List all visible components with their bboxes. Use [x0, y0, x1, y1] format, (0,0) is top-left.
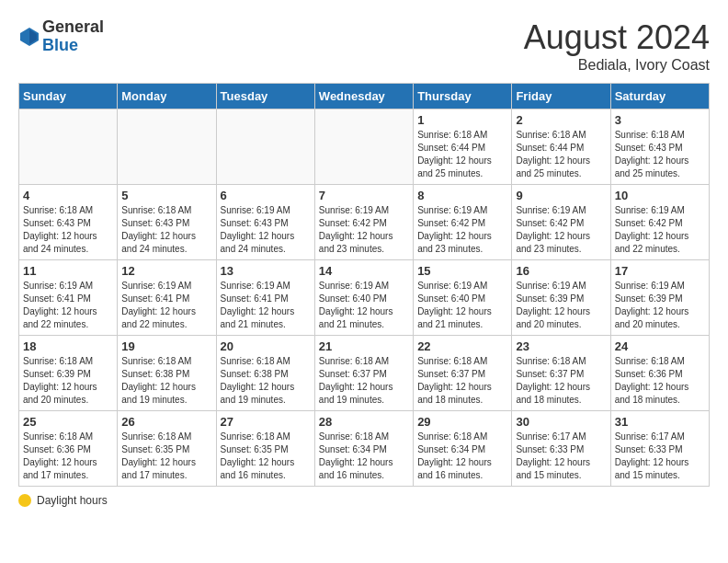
day-number: 29 — [417, 415, 507, 429]
day-number: 27 — [221, 415, 311, 429]
day-number: 23 — [516, 339, 606, 353]
day-number: 31 — [615, 415, 705, 429]
day-info: Sunrise: 6:18 AM Sunset: 6:35 PM Dayligh… — [221, 431, 311, 482]
day-info: Sunrise: 6:18 AM Sunset: 6:34 PM Dayligh… — [319, 431, 409, 482]
calendar-week-row: 11Sunrise: 6:19 AM Sunset: 6:41 PM Dayli… — [19, 260, 710, 336]
day-number: 25 — [23, 415, 113, 429]
day-info: Sunrise: 6:19 AM Sunset: 6:40 PM Dayligh… — [417, 280, 507, 331]
day-info: Sunrise: 6:18 AM Sunset: 6:44 PM Dayligh… — [417, 129, 507, 180]
day-number: 19 — [121, 339, 211, 353]
day-number: 10 — [615, 189, 705, 202]
day-info: Sunrise: 6:18 AM Sunset: 6:43 PM Dayligh… — [121, 204, 211, 256]
calendar-cell: 4Sunrise: 6:18 AM Sunset: 6:43 PM Daylig… — [19, 185, 118, 260]
calendar-cell: 12Sunrise: 6:19 AM Sunset: 6:41 PM Dayli… — [118, 260, 216, 336]
calendar-cell — [216, 109, 314, 185]
header-wednesday: Wednesday — [314, 84, 413, 109]
calendar-cell: 19Sunrise: 6:18 AM Sunset: 6:38 PM Dayli… — [118, 336, 216, 411]
day-info: Sunrise: 6:18 AM Sunset: 6:39 PM Dayligh… — [23, 355, 113, 407]
calendar-header-row: SundayMondayTuesdayWednesdayThursdayFrid… — [19, 84, 710, 109]
header-monday: Monday — [118, 84, 216, 109]
calendar-cell: 1Sunrise: 6:18 AM Sunset: 6:44 PM Daylig… — [414, 109, 512, 185]
calendar-cell: 21Sunrise: 6:18 AM Sunset: 6:37 PM Dayli… — [314, 336, 413, 411]
calendar-cell: 11Sunrise: 6:19 AM Sunset: 6:41 PM Dayli… — [19, 260, 118, 336]
day-info: Sunrise: 6:19 AM Sunset: 6:41 PM Dayligh… — [23, 280, 113, 331]
footer-note: Daylight hours — [18, 494, 710, 507]
calendar-cell — [314, 109, 413, 185]
logo-blue-text: Blue — [42, 37, 104, 55]
day-info: Sunrise: 6:18 AM Sunset: 6:38 PM Dayligh… — [121, 355, 211, 407]
calendar-cell: 8Sunrise: 6:19 AM Sunset: 6:42 PM Daylig… — [414, 185, 512, 260]
calendar-cell: 23Sunrise: 6:18 AM Sunset: 6:37 PM Dayli… — [512, 336, 610, 411]
calendar-cell: 30Sunrise: 6:17 AM Sunset: 6:33 PM Dayli… — [512, 411, 610, 487]
day-info: Sunrise: 6:18 AM Sunset: 6:37 PM Dayligh… — [319, 355, 409, 407]
location-subtitle: Bediala, Ivory Coast — [524, 57, 710, 74]
calendar-cell: 16Sunrise: 6:19 AM Sunset: 6:39 PM Dayli… — [512, 260, 610, 336]
day-number: 2 — [516, 113, 606, 127]
calendar-week-row: 18Sunrise: 6:18 AM Sunset: 6:39 PM Dayli… — [19, 336, 710, 411]
header-sunday: Sunday — [19, 84, 118, 109]
calendar-cell: 27Sunrise: 6:18 AM Sunset: 6:35 PM Dayli… — [216, 411, 314, 487]
day-number: 13 — [221, 264, 311, 278]
day-number: 8 — [417, 189, 507, 202]
day-number: 7 — [319, 189, 409, 202]
day-info: Sunrise: 6:19 AM Sunset: 6:39 PM Dayligh… — [615, 280, 705, 331]
day-number: 6 — [221, 189, 311, 202]
day-number: 18 — [23, 339, 113, 353]
day-info: Sunrise: 6:19 AM Sunset: 6:41 PM Dayligh… — [121, 280, 211, 331]
day-info: Sunrise: 6:18 AM Sunset: 6:36 PM Dayligh… — [615, 355, 705, 407]
day-info: Sunrise: 6:18 AM Sunset: 6:34 PM Dayligh… — [417, 431, 507, 482]
logo: General Blue — [18, 18, 104, 55]
calendar-cell — [19, 109, 118, 185]
day-info: Sunrise: 6:19 AM Sunset: 6:41 PM Dayligh… — [221, 280, 311, 331]
calendar-week-row: 1Sunrise: 6:18 AM Sunset: 6:44 PM Daylig… — [19, 109, 710, 185]
day-number: 4 — [23, 189, 113, 202]
calendar-cell: 5Sunrise: 6:18 AM Sunset: 6:43 PM Daylig… — [118, 185, 216, 260]
day-number: 28 — [319, 415, 409, 429]
calendar-week-row: 25Sunrise: 6:18 AM Sunset: 6:36 PM Dayli… — [19, 411, 710, 487]
header-saturday: Saturday — [610, 84, 709, 109]
day-number: 9 — [516, 189, 606, 202]
logo-general-text: General — [42, 18, 104, 37]
day-number: 21 — [319, 339, 409, 353]
day-number: 11 — [23, 264, 113, 278]
day-number: 5 — [121, 189, 211, 202]
month-year-title: August 2024 — [524, 18, 710, 57]
calendar-cell: 9Sunrise: 6:19 AM Sunset: 6:42 PM Daylig… — [512, 185, 610, 260]
calendar-cell: 15Sunrise: 6:19 AM Sunset: 6:40 PM Dayli… — [414, 260, 512, 336]
calendar-cell: 18Sunrise: 6:18 AM Sunset: 6:39 PM Dayli… — [19, 336, 118, 411]
day-number: 14 — [319, 264, 409, 278]
day-info: Sunrise: 6:19 AM Sunset: 6:40 PM Dayligh… — [319, 280, 409, 331]
day-number: 20 — [221, 339, 311, 353]
day-info: Sunrise: 6:18 AM Sunset: 6:35 PM Dayligh… — [121, 431, 211, 482]
calendar-cell: 7Sunrise: 6:19 AM Sunset: 6:42 PM Daylig… — [314, 185, 413, 260]
day-info: Sunrise: 6:19 AM Sunset: 6:42 PM Dayligh… — [516, 204, 606, 256]
calendar-cell: 14Sunrise: 6:19 AM Sunset: 6:40 PM Dayli… — [314, 260, 413, 336]
day-info: Sunrise: 6:17 AM Sunset: 6:33 PM Dayligh… — [615, 431, 705, 482]
sun-icon — [18, 494, 31, 507]
calendar-cell: 28Sunrise: 6:18 AM Sunset: 6:34 PM Dayli… — [314, 411, 413, 487]
day-number: 1 — [417, 113, 507, 127]
day-number: 15 — [417, 264, 507, 278]
calendar-cell: 17Sunrise: 6:19 AM Sunset: 6:39 PM Dayli… — [610, 260, 709, 336]
calendar-cell: 3Sunrise: 6:18 AM Sunset: 6:43 PM Daylig… — [610, 109, 709, 185]
calendar-week-row: 4Sunrise: 6:18 AM Sunset: 6:43 PM Daylig… — [19, 185, 710, 260]
day-info: Sunrise: 6:17 AM Sunset: 6:33 PM Dayligh… — [516, 431, 606, 482]
day-number: 12 — [121, 264, 211, 278]
day-info: Sunrise: 6:19 AM Sunset: 6:42 PM Dayligh… — [417, 204, 507, 256]
day-number: 16 — [516, 264, 606, 278]
calendar-cell: 26Sunrise: 6:18 AM Sunset: 6:35 PM Dayli… — [118, 411, 216, 487]
day-info: Sunrise: 6:19 AM Sunset: 6:42 PM Dayligh… — [615, 204, 705, 256]
day-info: Sunrise: 6:19 AM Sunset: 6:42 PM Dayligh… — [319, 204, 409, 256]
calendar-cell: 2Sunrise: 6:18 AM Sunset: 6:44 PM Daylig… — [512, 109, 610, 185]
header-tuesday: Tuesday — [216, 84, 314, 109]
page-header: General Blue August 2024 Bediala, Ivory … — [18, 18, 710, 74]
calendar-cell — [118, 109, 216, 185]
day-info: Sunrise: 6:18 AM Sunset: 6:37 PM Dayligh… — [516, 355, 606, 407]
day-info: Sunrise: 6:18 AM Sunset: 6:44 PM Dayligh… — [516, 129, 606, 180]
day-info: Sunrise: 6:18 AM Sunset: 6:36 PM Dayligh… — [23, 431, 113, 482]
logo-icon — [18, 26, 40, 48]
calendar-cell: 25Sunrise: 6:18 AM Sunset: 6:36 PM Dayli… — [19, 411, 118, 487]
day-number: 3 — [615, 113, 705, 127]
day-info: Sunrise: 6:18 AM Sunset: 6:37 PM Dayligh… — [417, 355, 507, 407]
day-info: Sunrise: 6:19 AM Sunset: 6:39 PM Dayligh… — [516, 280, 606, 331]
